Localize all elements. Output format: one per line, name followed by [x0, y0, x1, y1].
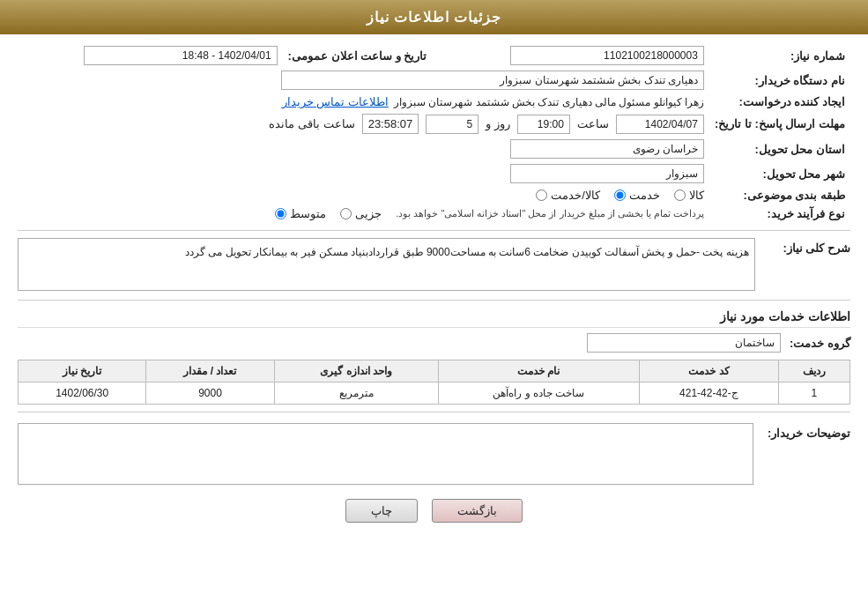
print-button[interactable]: چاپ	[345, 499, 418, 523]
category-label: طبقه بندی موضوعی:	[709, 186, 850, 204]
announcement-date-label: تاریخ و ساعت اعلان عمومی:	[283, 43, 445, 68]
contact-link[interactable]: اطلاعات تماس خریدار	[282, 95, 389, 108]
city-input[interactable]	[510, 164, 704, 183]
service-group-label: گروه خدمت:	[790, 337, 850, 350]
category-kala-khadamat-label: کالا/خدمت	[551, 189, 600, 202]
procurement-mottavasset-label: متوسط	[290, 207, 326, 220]
category-row: طبقه بندی موضوعی: کالا خدمت	[18, 186, 850, 204]
category-cell: کالا خدمت کالا/خدمت	[18, 186, 709, 204]
response-remaining-value: 23:58:07	[362, 114, 419, 134]
response-date-input[interactable]	[616, 115, 704, 134]
category-khadamat-label: خدمت	[629, 189, 660, 202]
announcement-date-cell	[18, 43, 283, 68]
buyer-notes-section: توضیحات خریدار:	[18, 423, 850, 485]
city-row: شهر محل تحویل:	[18, 161, 850, 186]
procurement-label: نوع فرآیند خرید:	[709, 204, 850, 223]
response-deadline-label: مهلت ارسال پاسخ: تا تاریخ:	[709, 111, 850, 137]
city-label: شهر محل تحویل:	[709, 161, 850, 186]
service-group-row: گروه خدمت:	[18, 333, 850, 353]
buttons-row: بازگشت چاپ	[18, 499, 850, 523]
announcement-date-input[interactable]	[84, 46, 278, 65]
category-khadamat[interactable]: خدمت	[614, 189, 660, 202]
response-time-input[interactable]	[517, 115, 570, 134]
info-table: شماره نیاز: تاریخ و ساعت اعلان عمومی: نا…	[18, 43, 850, 223]
need-number-cell	[444, 43, 709, 68]
city-cell	[18, 161, 709, 186]
procurement-mottavasset-radio[interactable]	[275, 208, 286, 219]
general-desc-label: شرح کلی نیاز:	[764, 241, 850, 255]
main-content: شماره نیاز: تاریخ و ساعت اعلان عمومی: نا…	[0, 34, 868, 540]
procurement-note: پرداخت تمام یا بخشی از مبلغ خریدار از مح…	[396, 208, 704, 219]
category-khadamat-radio[interactable]	[614, 189, 626, 201]
response-days-input[interactable]	[426, 115, 479, 134]
col-unit: واحد اندازه گیری	[274, 360, 438, 382]
procurement-cell: جزیی متوسط پرداخت تمام یا بخشی از مبلغ خ…	[18, 204, 709, 223]
province-label: استان محل تحویل:	[709, 137, 850, 161]
need-number-row: شماره نیاز: تاریخ و ساعت اعلان عمومی:	[18, 43, 850, 68]
cell-row-num: 1	[778, 382, 849, 405]
category-kala[interactable]: کالا	[674, 189, 704, 202]
response-deadline-row: مهلت ارسال پاسخ: تا تاریخ: ساعت روز و 23…	[18, 111, 850, 137]
services-section-title: اطلاعات خدمات مورد نیاز	[18, 309, 850, 328]
response-remaining-label: ساعت باقی مانده	[269, 117, 354, 130]
procurement-mottavasset[interactable]: متوسط	[275, 207, 326, 220]
col-quantity: تعداد / مقدار	[146, 360, 274, 382]
response-time-label: ساعت	[577, 117, 609, 130]
table-row: 1 ج-42-42-421 ساخت جاده و راه‌آهن مترمرب…	[19, 382, 850, 405]
divider-1	[18, 230, 850, 231]
province-cell	[18, 137, 709, 161]
procurement-jazii[interactable]: جزیی	[340, 207, 382, 220]
service-group-input[interactable]	[587, 333, 781, 353]
cell-service-name: ساخت جاده و راه‌آهن	[438, 382, 639, 405]
need-number-input[interactable]	[510, 46, 704, 65]
services-table: ردیف کد خدمت نام خدمت واحد اندازه گیری ت…	[18, 360, 850, 405]
creator-label: ایجاد کننده درخواست:	[709, 93, 850, 111]
col-service-name: نام خدمت	[438, 360, 639, 382]
creator-cell: زهرا کیوانلو مسئول مالی دهیاری تندک بخش …	[18, 93, 709, 111]
category-kala-khadamat[interactable]: کالا/خدمت	[536, 189, 600, 202]
requester-org-cell	[18, 68, 709, 93]
procurement-row: نوع فرآیند خرید: جزیی متوسط	[18, 204, 850, 223]
buyer-notes-textarea[interactable]	[18, 423, 753, 485]
creator-row: ایجاد کننده درخواست: زهرا کیوانلو مسئول …	[18, 93, 850, 111]
category-kala-radio[interactable]	[674, 189, 686, 201]
divider-3	[18, 412, 850, 412]
cell-quantity: 9000	[146, 382, 274, 405]
category-radio-group: کالا خدمت کالا/خدمت	[23, 189, 704, 202]
general-desc-section: شرح کلی نیاز: هزینه پخت -حمل و پخش آسفال…	[18, 238, 850, 291]
general-desc-value: هزینه پخت -حمل و پخش آسفالت کوبیدن ضخامت…	[18, 238, 755, 291]
cell-deadline: 1402/06/30	[19, 382, 146, 405]
col-service-code: کد خدمت	[639, 360, 778, 382]
procurement-jazii-label: جزیی	[355, 207, 382, 220]
cell-unit: مترمربع	[274, 382, 438, 405]
province-row: استان محل تحویل:	[18, 137, 850, 161]
requester-org-row: نام دستگاه خریدار:	[18, 68, 850, 93]
col-deadline: تاریخ نیاز	[19, 360, 146, 382]
category-kala-label: کالا	[689, 189, 704, 202]
services-table-header: ردیف کد خدمت نام خدمت واحد اندازه گیری ت…	[19, 360, 850, 382]
requester-org-input[interactable]	[281, 71, 704, 90]
page-title: جزئیات اطلاعات نیاز	[367, 10, 502, 25]
page-header: جزئیات اطلاعات نیاز	[0, 0, 868, 34]
procurement-jazii-radio[interactable]	[340, 208, 352, 219]
page-wrapper: جزئیات اطلاعات نیاز شماره نیاز: تاریخ و …	[0, 0, 868, 609]
category-kala-khadamat-radio[interactable]	[536, 189, 547, 201]
col-row-num: ردیف	[778, 360, 849, 382]
procurement-radio-group: جزیی متوسط	[275, 207, 382, 220]
response-days-label: روز و	[486, 117, 510, 130]
province-input[interactable]	[510, 139, 704, 159]
creator-value: زهرا کیوانلو مسئول مالی دهیاری تندک بخش …	[394, 96, 704, 108]
need-number-label: شماره نیاز:	[709, 43, 850, 68]
response-deadline-cell: ساعت روز و 23:58:07 ساعت باقی مانده	[18, 111, 709, 137]
divider-2	[18, 300, 850, 301]
buyer-notes-label: توضیحات خریدار:	[762, 427, 850, 440]
requester-org-label: نام دستگاه خریدار:	[709, 68, 850, 93]
cell-service-code: ج-42-42-421	[639, 382, 778, 405]
back-button[interactable]: بازگشت	[432, 499, 523, 523]
